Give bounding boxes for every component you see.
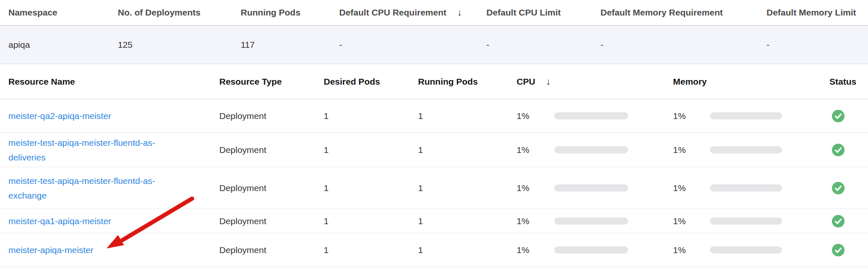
status-ok-icon [832, 110, 845, 122]
desired-pods-cell: 1 [324, 111, 418, 121]
resource-row: meister-qa1-apiqa-meister Deployment 1 1… [0, 209, 868, 233]
col-header-running-pods-2-label: Running Pods [418, 77, 478, 87]
cpu-usage-cell: 1% [517, 216, 673, 226]
resource-type-cell: Deployment [219, 245, 324, 255]
sort-descending-icon[interactable]: ↓ [457, 8, 462, 17]
col-header-status-label: Status [829, 77, 856, 87]
memory-usage-cell: 1% [673, 245, 829, 255]
cpu-percent-label: 1% [517, 111, 531, 121]
resource-type-cell: Deployment [219, 111, 324, 121]
col-header-default-memory-limit-label: Default Memory Limit [767, 8, 856, 18]
resource-row: meister-test-apiqa-meister-fluentd-as-ex… [0, 167, 868, 209]
memory-usage-bar [710, 246, 782, 253]
cpu-usage-cell: 1% [517, 145, 673, 155]
col-header-memory[interactable]: Memory [673, 77, 829, 87]
col-header-resource-type[interactable]: Resource Type [219, 77, 324, 87]
memory-usage-cell: 1% [673, 216, 829, 226]
col-header-default-memory-requirement-label: Default Memory Requirement [600, 8, 723, 18]
resource-name-link[interactable]: meister-qa2-apiqa-meister [8, 109, 111, 123]
running-pods-cell: 1 [418, 183, 517, 193]
memory-usage-bar [710, 184, 782, 191]
memory-percent-label: 1% [673, 216, 687, 226]
col-header-default-cpu-requirement-label: Default CPU Requirement [339, 8, 447, 18]
resources-table-header: Resource Name Resource Type Desired Pods… [0, 64, 868, 99]
resources-table: Resource Name Resource Type Desired Pods… [0, 64, 868, 267]
memory-percent-label: 1% [673, 183, 687, 193]
col-header-default-cpu-requirement[interactable]: Default CPU Requirement ↓ [339, 8, 486, 18]
memory-percent-label: 1% [673, 111, 687, 121]
col-header-deployments-label: No. of Deployments [118, 8, 200, 18]
running-pods-count-cell: 117 [241, 40, 339, 50]
memory-percent-label: 1% [673, 245, 687, 255]
default-cpu-requirement-cell: - [339, 40, 486, 50]
col-header-default-memory-limit[interactable]: Default Memory Limit [767, 8, 868, 18]
status-cell [829, 215, 868, 228]
status-ok-icon [832, 244, 845, 256]
running-pods-cell: 1 [418, 245, 517, 255]
resource-row: meister-apiqa-meister Deployment 1 1 1% … [0, 233, 868, 267]
col-header-memory-label: Memory [673, 77, 707, 87]
memory-percent-label: 1% [673, 145, 687, 155]
cpu-usage-bar [554, 112, 628, 119]
cpu-usage-bar [554, 146, 628, 153]
namespace-row-apiqa[interactable]: apiqa 125 117 - - - - [0, 26, 868, 64]
col-header-desired-pods[interactable]: Desired Pods [324, 77, 418, 87]
col-header-status[interactable]: Status [829, 77, 868, 87]
status-cell [829, 182, 868, 194]
resource-name-link[interactable]: meister-test-apiqa-meister-fluentd-as-ex… [8, 173, 164, 203]
status-ok-icon [832, 144, 845, 156]
cpu-usage-bar [554, 246, 628, 253]
default-memory-limit-cell: - [767, 40, 868, 50]
resource-row: meister-qa2-apiqa-meister Deployment 1 1… [0, 99, 868, 133]
cpu-usage-cell: 1% [517, 245, 673, 255]
cpu-percent-label: 1% [517, 216, 531, 226]
running-pods-cell: 1 [418, 111, 517, 121]
col-header-default-cpu-limit[interactable]: Default CPU Limit [486, 8, 600, 18]
resource-name-link[interactable]: meister-qa1-apiqa-meister [8, 214, 111, 228]
col-header-resource-name-label: Resource Name [8, 77, 75, 87]
desired-pods-cell: 1 [324, 245, 418, 255]
desired-pods-cell: 1 [324, 216, 418, 226]
running-pods-cell: 1 [418, 216, 517, 226]
col-header-running-pods[interactable]: Running Pods [241, 8, 339, 18]
resource-type-cell: Deployment [219, 216, 324, 226]
status-cell [829, 144, 868, 156]
col-header-cpu-label: CPU [517, 77, 535, 87]
col-header-deployments[interactable]: No. of Deployments [118, 8, 241, 18]
cpu-usage-cell: 1% [517, 111, 673, 121]
resource-name-link[interactable]: meister-test-apiqa-meister-fluentd-as-de… [8, 135, 164, 165]
col-header-running-pods-2[interactable]: Running Pods [418, 77, 517, 87]
cpu-percent-label: 1% [517, 183, 531, 193]
cpu-usage-cell: 1% [517, 183, 673, 193]
memory-usage-cell: 1% [673, 111, 829, 121]
resources-table-body: meister-qa2-apiqa-meister Deployment 1 1… [0, 99, 868, 267]
cpu-percent-label: 1% [517, 145, 531, 155]
col-header-namespace[interactable]: Namespace [8, 8, 118, 18]
col-header-cpu[interactable]: CPU ↓ [517, 77, 673, 87]
col-header-default-cpu-limit-label: Default CPU Limit [486, 8, 561, 18]
status-cell [829, 110, 868, 122]
cpu-usage-bar [554, 184, 628, 191]
col-header-default-memory-requirement[interactable]: Default Memory Requirement [600, 8, 767, 18]
col-header-namespace-label: Namespace [8, 8, 57, 18]
resource-name-link[interactable]: meister-apiqa-meister [8, 243, 94, 257]
memory-usage-cell: 1% [673, 183, 829, 193]
default-memory-requirement-cell: - [600, 40, 767, 50]
deployments-count-cell: 125 [118, 40, 241, 50]
status-ok-icon [832, 182, 845, 194]
cpu-usage-bar [554, 217, 628, 225]
namespace-table: Namespace No. of Deployments Running Pod… [0, 0, 868, 64]
namespace-cell: apiqa [8, 40, 118, 50]
default-cpu-limit-cell: - [486, 40, 600, 50]
col-header-resource-name[interactable]: Resource Name [8, 77, 219, 87]
desired-pods-cell: 1 [324, 183, 418, 193]
sort-descending-icon[interactable]: ↓ [546, 77, 551, 86]
col-header-resource-type-label: Resource Type [219, 77, 282, 87]
resource-type-cell: Deployment [219, 145, 324, 155]
desired-pods-cell: 1 [324, 145, 418, 155]
resource-row: meister-test-apiqa-meister-fluentd-as-de… [0, 133, 868, 167]
resource-type-cell: Deployment [219, 183, 324, 193]
memory-usage-bar [710, 146, 782, 153]
running-pods-cell: 1 [418, 145, 517, 155]
memory-usage-bar [710, 217, 782, 225]
